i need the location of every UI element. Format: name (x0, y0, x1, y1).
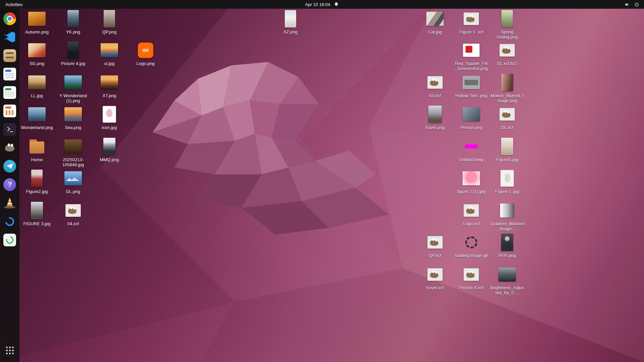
icon-label: Figure 1 .jpg (495, 189, 519, 194)
desktop-icon-figure1-jpg[interactable]: Figure1.jpg (489, 137, 525, 163)
volume-icon[interactable] (625, 2, 630, 7)
sg-thumbnail-icon (28, 43, 46, 57)
desktop-icon-spring-outing-png[interactable]: Spring Outing.png (489, 9, 525, 40)
desktop-icon-per-png[interactable]: PER.png (489, 233, 525, 258)
desktop-icon-motion-blurred-image-png[interactable]: Motion_Blurred_Image.png (489, 73, 525, 104)
desktop-icon-untitled-bmp[interactable]: Untitled.bmp (453, 137, 489, 163)
desktop-icon-gradient-masked-image[interactable]: Gradient_Masked_Image.… (489, 201, 525, 232)
icon-label: 04.xcf (67, 222, 79, 227)
desktop-icon-ct-jpg[interactable]: ct.jpg (91, 41, 127, 66)
pinkfig-thumbnail-icon (463, 171, 480, 185)
xz-thumbnail-icon (285, 10, 296, 27)
wonderland-thumbnail-icon (28, 107, 46, 121)
desktop-icon-xt-png[interactable]: XT.png (91, 73, 127, 99)
clock-button[interactable]: Apr 10 16:04 (305, 0, 339, 9)
desktop-icon-dl-xcf-bz2[interactable]: DL.xcf.bz2 (489, 41, 525, 66)
desktop-icon-autumn-png[interactable]: Autumn.png (19, 9, 55, 35)
autumn-thumbnail-icon (28, 12, 46, 26)
desktop-icon-travel-png[interactable]: travel.png (417, 105, 453, 130)
desktop-icon-home[interactable]: Home (19, 137, 55, 163)
dock-item-chrome[interactable] (0, 9, 19, 28)
show-apps-button[interactable] (0, 342, 19, 359)
desktop-icon-sg-png[interactable]: SG.png (19, 41, 55, 66)
per-thumbnail-icon (501, 234, 513, 251)
activities-button[interactable]: Activities (0, 0, 28, 9)
desktop-icon-figure-1-xcf[interactable]: Figure 1 .xcf (453, 9, 489, 35)
icon-label: SG.png (30, 61, 44, 66)
dock-item-help[interactable] (0, 175, 19, 194)
writer-icon (3, 68, 16, 80)
shelf-thumbnail-icon (64, 139, 82, 154)
dock-item-gimp[interactable] (0, 138, 19, 157)
files-icon (3, 49, 16, 62)
dock-item-vscode[interactable] (0, 28, 19, 46)
dock (0, 9, 19, 362)
gimp-thumbnail-icon (464, 12, 479, 25)
icon-label: Autumn.png (25, 30, 49, 35)
figure2-thumbnail-icon (31, 170, 43, 187)
dock-item-app-blue[interactable] (0, 212, 19, 231)
icon-label: ct.jpg (104, 61, 114, 66)
icon-label: XT.png (103, 94, 116, 99)
notification-bell-icon (334, 2, 339, 7)
bunny-thumbnail-icon (500, 170, 514, 187)
dock-item-app-green[interactable] (0, 231, 19, 249)
desktop-icon-qp-xcf[interactable]: QP.xcf (417, 233, 453, 258)
show-apps-grid-icon (6, 347, 8, 348)
icon-label: PER.png (498, 253, 516, 258)
desktop-icon-dl-xcf[interactable]: DL.xcf (489, 105, 525, 130)
desktop-icon-cat-jpg[interactable]: Cat.jpg (417, 9, 453, 35)
dock-item-files[interactable] (0, 46, 19, 65)
system-tray (625, 0, 644, 9)
desktop-icon-figure2-jpg[interactable]: Figure2.jpg (19, 169, 55, 194)
desktop-icon-red-square-fill-screenshot-png[interactable]: Red_Square_Fill_Screenshot.png (453, 41, 489, 71)
icon-label: Gradient_Masked_Image.… (490, 222, 525, 232)
dock-item-impress[interactable] (0, 102, 19, 120)
icon-label: figure 2 (1).jpg (457, 189, 485, 194)
desktop-icon-ll-jpg[interactable]: LL.jpg (19, 73, 55, 99)
desktop-icon-y-wonderland-1-png[interactable]: Y Wonderland (1).png (55, 73, 91, 104)
dock-item-messenger[interactable] (0, 157, 19, 175)
icon-label: Hollow Text .png (455, 94, 487, 99)
desktop-icon-picture-4-jpg[interactable]: Picture 4.jpg (55, 41, 91, 66)
power-icon[interactable] (634, 2, 639, 7)
desktop-icon-yk-png[interactable]: YK.png (55, 9, 91, 35)
dock-item-vlc[interactable] (0, 194, 19, 212)
desktop-icon-03-xcf[interactable]: 03.xcf (417, 73, 453, 99)
desktop-icon-travel-xcf[interactable]: travel.xcf (417, 265, 453, 291)
desktop-icon-mmq-png[interactable]: MMQ.png (91, 137, 127, 163)
desktop-icon-logo-xcf[interactable]: Logo.xcf (453, 201, 489, 227)
icon-label: Picture 4.jpg (61, 61, 85, 66)
desktop-icon-qp-png[interactable]: QP.png (91, 9, 127, 35)
desktop-icon-picture-4-xcf[interactable]: Picture 4.xcf (453, 265, 489, 291)
dock-item-terminal[interactable] (0, 120, 19, 138)
icon-label: Person.png (460, 125, 483, 130)
gimp-thumbnail-icon (427, 76, 443, 89)
icon-label: DL.xcf.bz2 (497, 61, 517, 66)
dock-item-writer[interactable] (0, 65, 19, 83)
desktop-icon-xz-png[interactable]: XZ.png (272, 9, 309, 35)
dock-item-calc[interactable] (0, 83, 19, 102)
gimp-icon (3, 141, 16, 154)
desktop-icon-brightness-adjusted-by-c[interactable]: Brightness_Adjusted_By_C… (489, 265, 525, 296)
icon-label: YK.png (66, 30, 80, 35)
desktop-icon-hollow-text-png[interactable]: Hollow Text .png (453, 73, 489, 99)
desktop-icon-04-xcf[interactable]: 04.xcf (55, 201, 91, 227)
desktop-icon-person-png[interactable]: Person.png (453, 105, 489, 130)
desktop-icon-icon-jpg[interactable]: icon.jpg (91, 105, 127, 130)
gimp-thumbnail-icon (427, 236, 443, 249)
desktop-icon-20250213-105849-jpg[interactable]: 20250213-105849.jpg (55, 137, 91, 168)
icon-label: Wonderland.png (21, 125, 53, 130)
yk-thumbnail-icon (67, 10, 79, 27)
desktop-icon-figure-1-jpg[interactable]: Figure 1 .jpg (489, 169, 525, 194)
desktop-icon-loading-image-gif[interactable]: loading image.gif (453, 233, 489, 258)
mmq-thumbnail-icon (103, 138, 115, 155)
desktop-icon-figure-2-1-jpg[interactable]: figure 2 (1).jpg (453, 169, 489, 194)
desktop-icon-figure-3-jpg[interactable]: FIGURE 3.jpg (19, 201, 55, 227)
vscode-icon (3, 31, 16, 44)
desktop-icon-dl-png[interactable]: DL.png (55, 169, 91, 194)
desktop-icon-wonderland-png[interactable]: Wonderland.png (19, 105, 55, 130)
icon-label: travel.xcf (426, 286, 444, 291)
desktop-icon-logo-png[interactable]: mi Logo.png (127, 41, 164, 66)
desktop-icon-sea-png[interactable]: Sea.png (55, 105, 91, 130)
